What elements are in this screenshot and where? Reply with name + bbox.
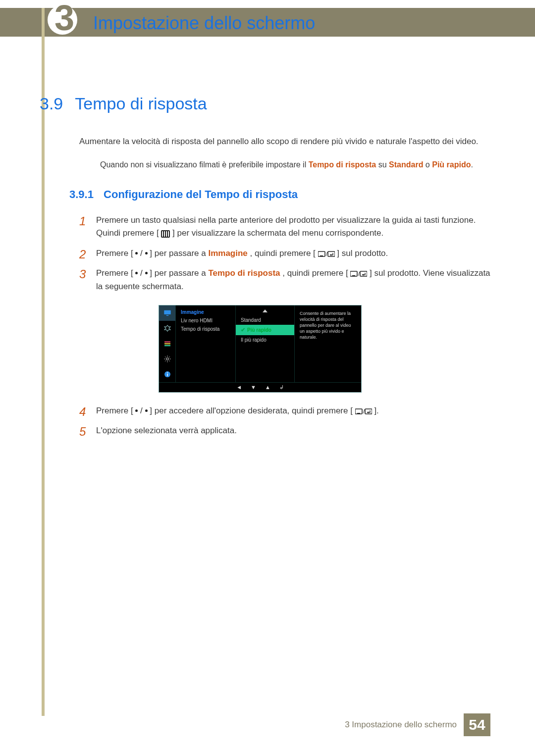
svg-rect-1 (320, 255, 323, 256)
chapter-number: 3 (45, 0, 74, 36)
step-text: ] sul prodotto. (337, 249, 388, 258)
dot-icon (135, 252, 138, 254)
osd-menu-item: Liv nero HDMI (181, 318, 230, 323)
step-2: 2 Premere [ / ] per passare a Immagine ,… (79, 247, 495, 260)
source-enter-icon: / (355, 408, 372, 415)
step-text: , quindi premere [ (250, 249, 316, 258)
svg-point-13 (166, 358, 168, 360)
osd-panel: Immagine Liv nero HDMI Tempo di risposta… (159, 305, 362, 393)
svg-rect-18 (357, 413, 360, 414)
osd-menu-column: Immagine Liv nero HDMI Tempo di risposta (176, 305, 235, 382)
step-text: ] per visualizzare la schermata del menu… (172, 228, 383, 238)
nav-left-icon: ◄ (236, 384, 242, 390)
osd-option-selected: ✔ Più rapido (236, 325, 294, 335)
svg-rect-15 (167, 374, 168, 376)
source-enter-icon: / (318, 251, 335, 257)
osd-icon-settings (159, 352, 175, 367)
step-number: 3 (79, 265, 86, 283)
osd-option: Standard (236, 315, 294, 325)
osd-menu-title: Immagine (181, 309, 230, 315)
dot-icon (135, 272, 138, 274)
nav-enter-icon: ↲ (279, 384, 284, 391)
section-heading: 3.9 Tempo di risposta (40, 94, 495, 113)
step-text: ]. (374, 406, 378, 415)
chapter-title: Impostazione dello schermo (93, 13, 315, 34)
step-number: 5 (79, 422, 86, 441)
section-intro: Aumentare la velocità di risposta del pa… (79, 135, 495, 148)
svg-rect-10 (164, 342, 170, 343)
step-5: 5 L'opzione selezionata verrà applicata. (79, 424, 495, 437)
dot-icon (135, 409, 138, 412)
source-enter-icon: / (350, 270, 367, 277)
nav-up-icon: ▲ (265, 384, 270, 390)
step-text: Premere [ (96, 268, 133, 278)
page-content: 3.9 Tempo di risposta Aumentare la veloc… (79, 94, 495, 445)
step-number: 4 (79, 403, 86, 421)
dot-icon (145, 252, 148, 254)
step-text: / (140, 268, 145, 278)
page-footer: 3 Impostazione dello schermo 54 (0, 713, 535, 736)
osd-icon-menu (159, 336, 175, 352)
step-text: L'opzione selezionata verrà applicata. (96, 426, 237, 435)
osd-icon-mode (159, 321, 175, 336)
nav-down-icon: ▼ (251, 384, 256, 390)
step-text: Premere [ (96, 249, 133, 258)
check-icon: ✔ (241, 327, 245, 333)
note-highlight-2: Standard (389, 160, 423, 169)
osd-screenshot: Immagine Liv nero HDMI Tempo di risposta… (159, 305, 495, 393)
osd-menu-item: Tempo di risposta (181, 326, 230, 332)
note-text: su (376, 160, 389, 169)
svg-rect-12 (164, 345, 170, 346)
osd-nav-bar: ◄ ▼ ▲ ↲ (159, 382, 361, 392)
step-text: ] per passare a (150, 249, 208, 258)
note-text: . (471, 160, 473, 169)
osd-option: Il più rapido (236, 335, 294, 345)
step-text: Premere [ (96, 406, 133, 415)
page-number: 54 (464, 713, 490, 736)
left-margin-decor (42, 8, 45, 716)
step-highlight: Immagine (208, 249, 247, 258)
menu-icon (161, 230, 170, 238)
svg-rect-8 (164, 310, 171, 314)
step-3: 3 Premere [ / ] per passare a Tempo di r… (79, 267, 495, 293)
step-number: 2 (79, 245, 86, 263)
note-highlight-3: Più rapido (432, 160, 471, 169)
scroll-up-icon (263, 309, 268, 312)
svg-rect-5 (352, 275, 355, 276)
section-title: Tempo di risposta (75, 94, 207, 113)
osd-option-label: Più rapido (247, 327, 271, 333)
svg-rect-16 (167, 372, 168, 373)
steps-list: 1 Premere un tasto qualsiasi nella parte… (79, 214, 495, 293)
step-text: / (140, 406, 145, 415)
footer-chapter-label: 3 Impostazione dello schermo (345, 720, 457, 730)
note-highlight-1: Tempo di risposta (309, 160, 376, 169)
step-4: 4 Premere [ / ] per accedere all'opzione… (79, 404, 495, 417)
note-text: o (423, 160, 432, 169)
step-number: 1 (79, 212, 86, 230)
subsection-heading: 3.9.1 Configurazione del Tempo di rispos… (69, 188, 495, 201)
dot-icon (145, 272, 148, 274)
section-note: Quando non si visualizzano filmati è pre… (100, 159, 495, 171)
osd-description: Consente di aumentare la velocità di ris… (295, 305, 361, 382)
section-number: 3.9 (40, 94, 63, 113)
osd-options-column: Standard ✔ Più rapido Il più rapido (235, 305, 295, 382)
steps-list-continued: 4 Premere [ / ] per accedere all'opzione… (79, 404, 495, 438)
step-1: 1 Premere un tasto qualsiasi nella parte… (79, 214, 495, 240)
svg-rect-9 (166, 315, 168, 316)
step-text: / (140, 249, 145, 258)
dot-icon (145, 409, 148, 412)
osd-icon-picture (159, 305, 175, 321)
step-highlight: Tempo di risposta (208, 268, 280, 278)
osd-icon-info (159, 367, 175, 382)
osd-sidebar (159, 305, 176, 382)
note-text: Quando non si visualizzano filmati è pre… (100, 160, 309, 169)
subsection-title: Configurazione del Tempo di risposta (104, 188, 298, 201)
subsection-number: 3.9.1 (69, 188, 94, 201)
step-text: ] per accedere all'opzione desiderata, q… (150, 406, 353, 415)
step-text: ] per passare a (150, 268, 208, 278)
step-text: , quindi premere [ (282, 268, 348, 278)
svg-rect-11 (164, 344, 170, 345)
